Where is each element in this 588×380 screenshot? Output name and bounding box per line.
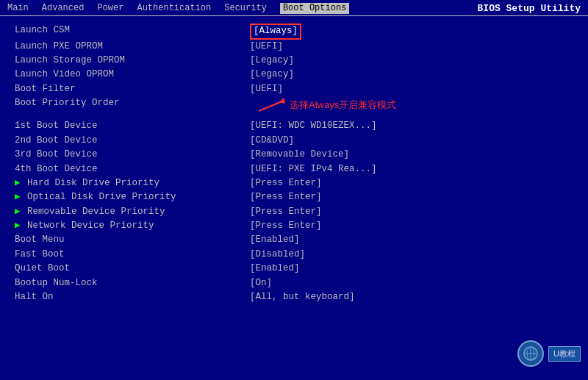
menu-tabs: Main Advanced Power Authentication Secur…	[7, 3, 349, 14]
bios-row-10[interactable]: ▶ Hard Disk Drive Priority[Press Enter]	[15, 176, 573, 190]
bios-row-label-14: Boot Menu	[15, 233, 250, 247]
bios-row-8[interactable]: 3rd Boot Device[Removable Device]	[15, 148, 573, 162]
bios-row-label-17: Bootup Num-Lock	[15, 276, 250, 290]
bios-row-label-13: ▶ Network Device Priority	[15, 219, 250, 233]
watermark-icon	[517, 340, 544, 367]
bios-row-7[interactable]: 2nd Boot Device[CD&DVD]	[15, 134, 573, 148]
bios-row-value-2: [Legacy]	[250, 54, 573, 68]
bios-row-value-11[interactable]: [Press Enter]	[250, 190, 573, 204]
tab-main[interactable]: Main	[7, 3, 29, 14]
bios-row-label-15: Fast Boot	[15, 248, 250, 262]
bios-row-6[interactable]: 1st Boot Device[UEFI: WDC WD10EZEX...]	[15, 119, 573, 133]
bios-row-value-14: [Enabled]	[250, 233, 573, 247]
bios-row-value-16: [Enabled]	[250, 262, 573, 276]
bios-row-value-5: 选择Always开启兼容模式	[250, 96, 573, 119]
bios-row-18[interactable]: Halt On[All, but keyboard]	[15, 290, 573, 304]
bios-row-label-2: Launch Storage OPROM	[15, 54, 250, 68]
bios-row-label-9: 4th Boot Device	[15, 162, 250, 176]
bios-row-value-3: [Legacy]	[250, 68, 573, 82]
highlighted-value: [Always]	[250, 24, 301, 40]
bios-row-14[interactable]: Boot Menu[Enabled]	[15, 233, 573, 247]
bios-row-value-6: [UEFI: WDC WD10EZEX...]	[250, 119, 573, 133]
bios-title: BIOS Setup Utility	[478, 3, 581, 14]
tab-advanced[interactable]: Advanced	[42, 3, 85, 14]
tab-boot-options[interactable]: Boot Options	[280, 3, 349, 14]
bios-row-label-7: 2nd Boot Device	[15, 134, 250, 148]
bios-row-value-1: [UEFI]	[250, 40, 573, 54]
bios-row-value-7: [CD&DVD]	[250, 134, 573, 148]
bios-row-0[interactable]: Launch CSM[Always]	[15, 24, 573, 40]
bios-row-label-5: Boot Priority Order	[15, 96, 250, 119]
bios-row-5[interactable]: Boot Priority Order选择Always开启兼容模式	[15, 96, 573, 119]
bios-row-label-12: ▶ Removable Device Priority	[15, 205, 250, 219]
bios-row-value-4: [UEFI]	[250, 82, 573, 96]
tab-authentication[interactable]: Authentication	[137, 3, 211, 14]
bios-row-15[interactable]: Fast Boot[Disabled]	[15, 248, 573, 262]
bios-row-label-0: Launch CSM	[15, 24, 250, 40]
bios-row-value-9: [UEFI: PXE IPv4 Rea...]	[250, 162, 573, 176]
bios-row-value-0[interactable]: [Always]	[250, 24, 573, 40]
bios-content: Launch CSM[Always]Launch PXE OPROM[UEFI]…	[0, 16, 588, 374]
bios-row-value-18: [All, but keyboard]	[250, 290, 573, 304]
bios-row-label-1: Launch PXE OPROM	[15, 40, 250, 54]
watermark: U教程	[517, 340, 581, 367]
bios-row-17[interactable]: Bootup Num-Lock[On]	[15, 276, 573, 290]
bios-row-12[interactable]: ▶ Removable Device Priority[Press Enter]	[15, 205, 573, 219]
bios-row-11[interactable]: ▶ Optical Disk Drive Priority[Press Ente…	[15, 190, 573, 204]
bios-menu-list: Launch CSM[Always]Launch PXE OPROM[UEFI]…	[15, 24, 573, 367]
bios-row-label-18: Halt On	[15, 290, 250, 304]
bios-row-label-10: ▶ Hard Disk Drive Priority	[15, 176, 250, 190]
bios-row-label-16: Quiet Boot	[15, 262, 250, 276]
bios-row-3[interactable]: Launch Video OPROM[Legacy]	[15, 68, 573, 82]
bios-row-value-8: [Removable Device]	[250, 148, 573, 162]
top-bar: Main Advanced Power Authentication Secur…	[0, 0, 588, 16]
bios-row-1[interactable]: Launch PXE OPROM[UEFI]	[15, 40, 573, 54]
bios-row-value-13[interactable]: [Press Enter]	[250, 219, 573, 233]
tab-power[interactable]: Power	[97, 3, 123, 14]
bios-row-13[interactable]: ▶ Network Device Priority[Press Enter]	[15, 219, 573, 233]
bios-row-value-12[interactable]: [Press Enter]	[250, 205, 573, 219]
bios-row-label-3: Launch Video OPROM	[15, 68, 250, 82]
bios-row-label-11: ▶ Optical Disk Drive Priority	[15, 190, 250, 204]
bios-row-9[interactable]: 4th Boot Device[UEFI: PXE IPv4 Rea...]	[15, 162, 573, 176]
bios-row-16[interactable]: Quiet Boot[Enabled]	[15, 262, 573, 276]
bios-row-value-10[interactable]: [Press Enter]	[250, 176, 573, 190]
bios-row-2[interactable]: Launch Storage OPROM[Legacy]	[15, 54, 573, 68]
bios-row-value-17: [On]	[250, 276, 573, 290]
bios-row-value-15: [Disabled]	[250, 248, 573, 262]
bios-row-label-6: 1st Boot Device	[15, 119, 250, 133]
watermark-label: U教程	[548, 346, 581, 362]
bios-row-label-4: Boot Filter	[15, 82, 250, 96]
tab-security[interactable]: Security	[224, 3, 267, 14]
bios-row-4[interactable]: Boot Filter[UEFI]	[15, 82, 573, 96]
bios-row-label-8: 3rd Boot Device	[15, 148, 250, 162]
